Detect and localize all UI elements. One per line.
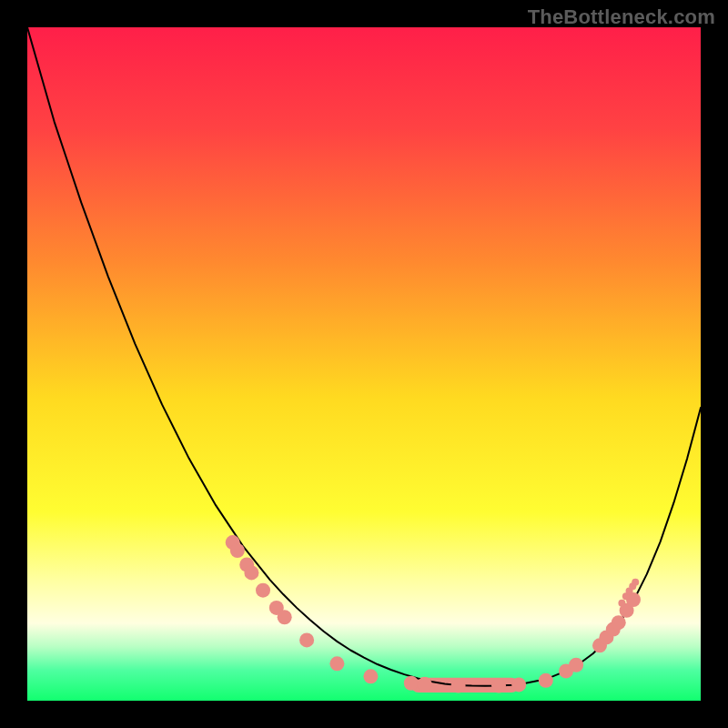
data-marker <box>329 656 344 671</box>
data-marker <box>491 679 506 693</box>
data-marker <box>230 543 245 558</box>
data-marker <box>363 669 378 683</box>
extra-marker <box>618 600 625 607</box>
data-marker <box>404 676 419 691</box>
plot-background <box>27 27 701 701</box>
data-marker <box>244 565 258 580</box>
data-marker <box>612 615 626 630</box>
data-marker <box>539 673 553 688</box>
data-marker <box>451 679 466 693</box>
data-marker <box>256 583 270 598</box>
bottleneck-chart <box>27 27 701 701</box>
extra-marker <box>632 579 639 586</box>
data-marker <box>299 632 314 647</box>
data-marker <box>418 677 432 692</box>
data-marker <box>278 610 292 624</box>
watermark-label: TheBottleneck.com <box>528 5 715 29</box>
data-marker <box>511 677 526 692</box>
chart-frame: TheBottleneck.com <box>0 0 728 728</box>
data-marker <box>569 658 583 672</box>
